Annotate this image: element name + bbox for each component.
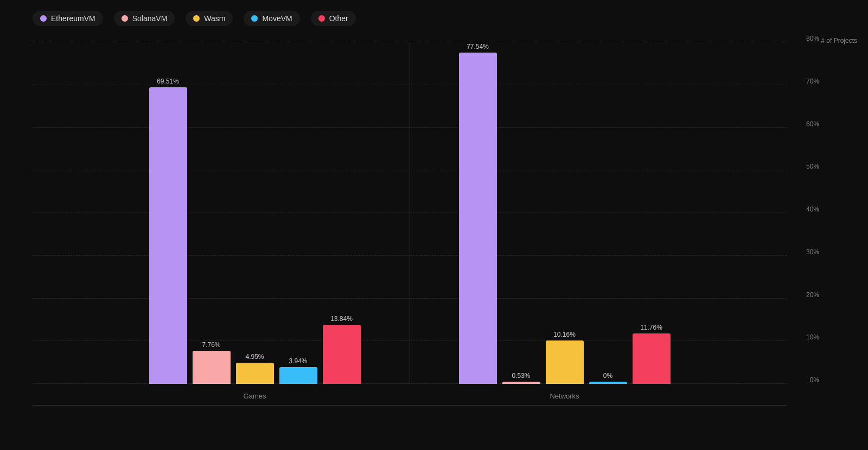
bar-games-solanavm	[193, 351, 231, 384]
category-label-games: Games	[244, 392, 266, 400]
bar-networks-ethereumvm	[459, 53, 497, 384]
legend-dot-wasm	[193, 15, 200, 22]
legend-item-solana-vm: SolanaVM	[114, 11, 175, 26]
bar-wrapper-games-ethereumvm: 69.51%	[149, 78, 187, 384]
y-tick-20%: 20%	[806, 291, 819, 299]
bar-label-networks-ethereumvm: 77.54%	[467, 43, 489, 50]
legend-item-other: Other	[311, 11, 356, 26]
legend-dot-other	[318, 15, 325, 22]
legend-label-other: Other	[329, 14, 348, 23]
bar-games-movevm	[279, 367, 317, 384]
bar-networks-other	[633, 333, 671, 384]
y-tick-40%: 40%	[806, 205, 819, 213]
legend: EthereumVM SolanaVM Wasm MoveVM Other	[33, 11, 825, 26]
bar-label-networks-wasm: 10.16%	[553, 331, 576, 338]
bar-wrapper-networks-other: 11.76%	[633, 324, 671, 384]
bar-label-networks-solanavm: 0.53%	[512, 372, 530, 380]
bar-wrapper-networks-ethereumvm: 77.54%	[459, 43, 497, 384]
bar-wrapper-games-other: 13.84%	[323, 315, 361, 384]
bars-section: 69.51%7.76%4.95%3.94%13.84%Games77.54%0.…	[33, 42, 787, 384]
category-group-games: 69.51%7.76%4.95%3.94%13.84%Games	[117, 78, 393, 384]
x-axis	[33, 405, 787, 406]
bar-games-wasm	[236, 363, 274, 384]
bar-wrapper-networks-movevm: 0%	[589, 372, 627, 384]
bar-networks-solanavm	[502, 382, 540, 384]
y-tick-60%: 60%	[806, 120, 819, 128]
legend-label-move-vm: MoveVM	[262, 14, 292, 23]
y-tick-0%: 0%	[810, 376, 819, 384]
bar-wrapper-games-movevm: 3.94%	[279, 357, 317, 384]
bar-networks-movevm	[589, 382, 627, 384]
category-label-networks: Networks	[550, 392, 579, 400]
chart-container: EthereumVM SolanaVM Wasm MoveVM Other # …	[0, 0, 868, 450]
category-group-networks: 77.54%0.53%10.16%0%11.76%Networks	[426, 43, 703, 384]
bar-label-games-ethereumvm: 69.51%	[157, 78, 179, 85]
legend-label-ethereum-vm: EthereumVM	[51, 14, 95, 23]
bar-label-networks-movevm: 0%	[603, 372, 612, 380]
legend-dot-move-vm	[251, 15, 258, 22]
chart-area: # of Projects 80%70%60%50%40%30%20%10%0%…	[33, 42, 825, 406]
bar-games-other	[323, 325, 361, 384]
legend-label-wasm: Wasm	[204, 14, 225, 23]
bar-wrapper-networks-solanavm: 0.53%	[502, 372, 540, 384]
bar-wrapper-networks-wasm: 10.16%	[546, 331, 584, 384]
y-tick-70%: 70%	[806, 78, 819, 85]
legend-item-ethereum-vm: EthereumVM	[33, 11, 103, 26]
bar-label-games-other: 13.84%	[330, 315, 353, 323]
category-divider	[410, 42, 410, 384]
legend-dot-solana-vm	[122, 15, 128, 22]
y-axis-label: # of Projects	[821, 37, 857, 44]
legend-item-move-vm: MoveVM	[244, 11, 299, 26]
y-tick-80%: 80%	[806, 35, 819, 42]
bar-wrapper-games-wasm: 4.95%	[236, 353, 274, 384]
bar-label-games-wasm: 4.95%	[245, 353, 264, 361]
bar-label-networks-other: 11.76%	[640, 324, 662, 331]
bar-label-games-movevm: 3.94%	[289, 357, 307, 365]
bar-wrapper-games-solanavm: 7.76%	[193, 341, 231, 384]
y-tick-10%: 10%	[806, 333, 819, 341]
bar-label-games-solanavm: 7.76%	[202, 341, 220, 349]
legend-label-solana-vm: SolanaVM	[132, 14, 168, 23]
y-tick-50%: 50%	[806, 163, 819, 170]
legend-item-wasm: Wasm	[186, 11, 233, 26]
bar-networks-wasm	[546, 340, 584, 384]
y-tick-30%: 30%	[806, 248, 819, 256]
bar-games-ethereumvm	[149, 87, 187, 384]
legend-dot-ethereum-vm	[40, 15, 47, 22]
